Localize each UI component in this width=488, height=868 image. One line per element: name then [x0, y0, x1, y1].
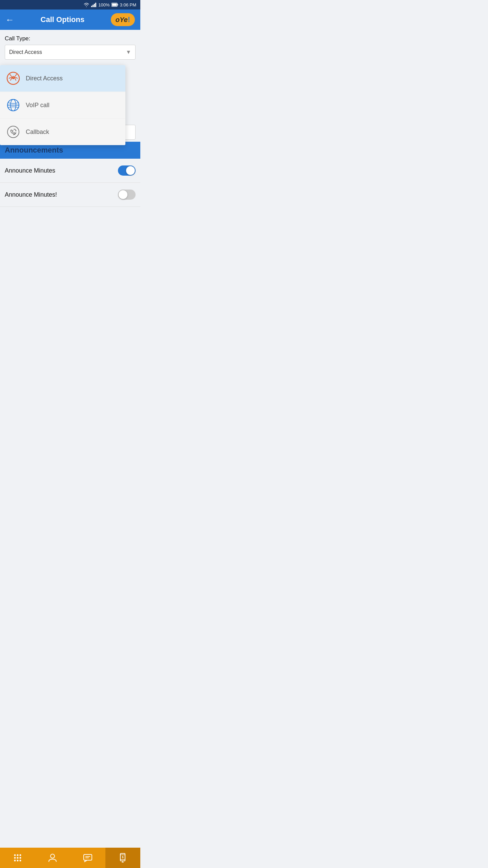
dropdown-item-callback[interactable]: Callback [0, 119, 125, 145]
battery-icon [111, 3, 118, 7]
back-button[interactable]: ← [5, 15, 14, 24]
svg-rect-5 [112, 4, 117, 6]
status-bar: 100% 3:06 PM [0, 0, 140, 9]
call-type-value: Direct Access [9, 49, 42, 55]
direct-access-icon [5, 71, 21, 86]
selector-arrow-icon: ▼ [126, 49, 131, 55]
battery-text: 100% [98, 2, 109, 7]
main-content: Call Type: Direct Access ▼ [0, 30, 140, 125]
logo-text: oYe [116, 16, 128, 24]
svg-point-12 [7, 126, 19, 138]
svg-rect-2 [94, 4, 95, 7]
announce-minutes-toggle[interactable] [118, 165, 136, 176]
time-text: 3:06 PM [120, 2, 136, 7]
status-icons: 100% 3:06 PM [83, 2, 136, 7]
logo-badge: oYe! [111, 13, 135, 26]
call-type-label: Call Type: [5, 35, 136, 42]
dropdown-label-voip: VoIP call [26, 102, 49, 109]
dropdown-item-voip[interactable]: VoIP call [0, 92, 125, 119]
dropdown-label-direct-access: Direct Access [26, 75, 63, 82]
callback-icon [5, 124, 21, 140]
call-type-selector[interactable]: Direct Access ▼ [5, 45, 136, 60]
content-spacer [0, 207, 140, 315]
announcements-title: Announcements [5, 146, 63, 154]
announce-minutes-row: Announce Minutes [0, 159, 140, 183]
dropdown-label-callback: Callback [26, 129, 49, 136]
svg-rect-1 [93, 5, 94, 7]
signal-icon [91, 2, 97, 7]
dropdown-item-direct-access[interactable]: Direct Access [0, 65, 125, 92]
page-title: Call Options [14, 15, 111, 24]
voip-icon [5, 97, 21, 113]
svg-rect-3 [95, 3, 96, 7]
header: ← Call Options oYe! [0, 9, 140, 30]
logo-exclaim: ! [128, 15, 130, 24]
call-type-dropdown: Direct Access VoIP call [0, 65, 125, 145]
svg-rect-6 [117, 4, 118, 5]
svg-marker-14 [13, 133, 15, 135]
svg-rect-0 [91, 6, 92, 7]
wifi-icon [83, 2, 89, 7]
announce-minutes-exclaim-row: Announce Minutes! [0, 183, 140, 207]
announce-minutes-exclaim-toggle[interactable] [118, 190, 136, 200]
announce-minutes-label: Announce Minutes [5, 167, 55, 174]
announce-minutes-exclaim-label: Announce Minutes! [5, 191, 57, 198]
